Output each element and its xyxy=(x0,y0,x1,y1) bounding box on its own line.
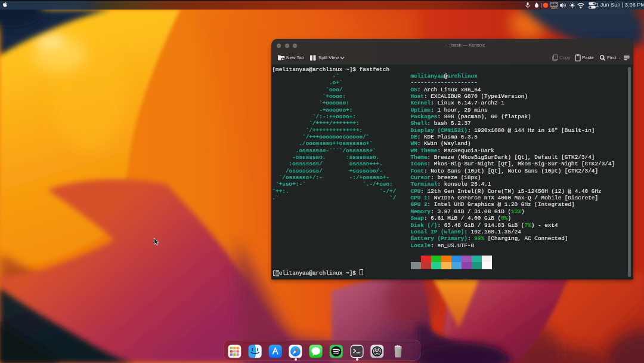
svg-text:99%: 99% xyxy=(551,6,558,10)
